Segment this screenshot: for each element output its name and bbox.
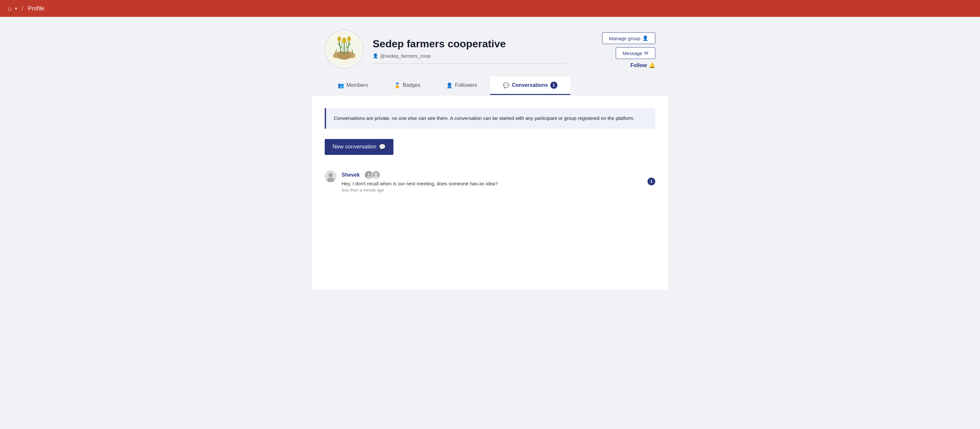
tab-badges-label: Badges [403,82,420,88]
manage-group-label: Manage group [609,36,640,41]
svg-point-26 [373,176,378,179]
conversations-icon: 💬 [503,82,509,89]
breadcrumb-separator: / [22,5,23,12]
profile-name: Sedep farmers cooperative [373,38,567,50]
tabs-bar: 👥 Members 🏅 Badges 👤 Followers 💬 Convers… [0,76,980,95]
conv-header: Shevek [342,170,642,180]
svg-point-25 [375,173,377,176]
follow-button[interactable]: Follow 🔔 [630,62,655,68]
conv-body: Shevek [342,170,642,192]
profile-left: Sedep farmers cooperative 👤 @sedep_farme… [325,30,567,69]
tab-followers[interactable]: 👤 Followers [433,76,490,95]
tab-followers-label: Followers [455,82,477,88]
tab-conversations-label: Conversations [512,82,548,88]
home-icon[interactable]: ⌂ [8,5,12,12]
members-icon: 👥 [338,82,344,89]
conversations-info-box: Conversations are private. no one else c… [325,108,655,129]
follow-label: Follow [630,62,647,68]
conversation-item[interactable]: Shevek [325,165,655,198]
new-conversation-icon: 💬 [379,143,386,150]
message-icon: ✉ [644,50,649,56]
tab-members-label: Members [347,82,368,88]
conv-time: less than a minute ago [342,187,642,192]
tab-members[interactable]: 👥 Members [325,76,381,95]
conv-unread-badge: 1 [648,178,655,185]
handle-icon: 👤 [373,53,378,58]
conv-message: Hey, I don't recall when is our next mee… [342,181,642,186]
message-button[interactable]: Message ✉ [616,47,655,59]
conv-user-avatar [325,170,336,182]
avatar [325,30,364,69]
badges-icon: 🏅 [394,82,401,89]
profile-info: Sedep farmers cooperative 👤 @sedep_farme… [373,35,567,64]
conversations-badge: 1 [550,82,557,89]
bell-icon: 🔔 [649,62,655,68]
svg-point-19 [328,173,332,177]
info-box-text: Conversations are private. no one else c… [334,115,648,122]
tab-conversations[interactable]: 💬 Conversations 1 [490,76,570,95]
conv-avatar-participant-2 [371,170,380,180]
profile-header-area: Sedep farmers cooperative 👤 @sedep_farme… [0,17,980,95]
svg-point-23 [366,176,371,179]
profile-divider [373,63,567,64]
nav-chevron-icon[interactable]: ▾ [15,6,17,11]
manage-group-button[interactable]: Manage group 👤 [602,32,655,44]
new-conversation-label: New conversation [332,143,376,150]
avatar-image [326,32,362,67]
conv-participant-avatars [364,170,380,180]
new-conversation-button[interactable]: New conversation 💬 [325,139,393,155]
top-navbar: ⌂ ▾ / Profile [0,0,980,17]
profile-handle: @sedep_farmers_coop [380,53,431,59]
profile-actions: Manage group 👤 Message ✉ Follow 🔔 [602,30,655,68]
manage-group-icon: 👤 [642,35,649,41]
breadcrumb-profile: Profile [28,5,45,12]
conversations-list: Shevek [325,165,655,198]
main-content: Conversations are private. no one else c… [312,95,668,290]
message-label: Message [622,51,642,56]
svg-point-22 [368,173,371,176]
profile-handle-row: 👤 @sedep_farmers_coop [373,53,567,59]
tab-badges[interactable]: 🏅 Badges [381,76,433,95]
conv-author[interactable]: Shevek [342,172,360,178]
followers-icon: 👤 [446,82,453,89]
